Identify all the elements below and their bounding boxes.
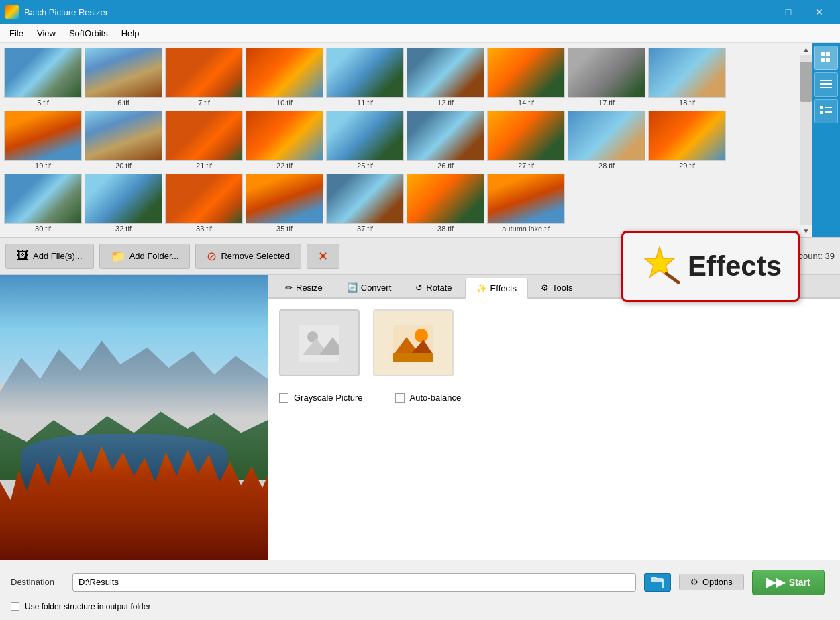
scroll-thumb[interactable] [800, 62, 812, 102]
svg-rect-1 [826, 52, 830, 56]
thumb-32tif[interactable]: 32.tif [85, 174, 162, 233]
thumbnail-scrollbar[interactable]: ▲ ▼ [800, 43, 812, 237]
minimize-button[interactable]: — [742, 0, 773, 24]
add-folder-icon: 📁 [111, 249, 125, 264]
convert-tab-label: Convert [361, 282, 392, 293]
effects-tooltip-label: Effects [688, 250, 782, 282]
thumb-11tif[interactable]: 11.tif [326, 48, 404, 107]
thumb-row-2: 19.tif 20.tif 21.tif 22.tif 25.tif 26.ti… [3, 109, 797, 172]
svg-rect-3 [826, 58, 830, 62]
browse-button[interactable] [644, 573, 671, 592]
svg-point-18 [415, 329, 428, 342]
thumb-21tif[interactable]: 21.tif [165, 111, 243, 170]
tab-tools[interactable]: ⚙ Tools [529, 278, 584, 297]
thumb-20tif[interactable]: 20.tif [85, 111, 162, 170]
destination-label: Destination [11, 577, 64, 587]
preview-image [0, 275, 268, 560]
svg-rect-7 [820, 106, 823, 109]
thumb-25tif[interactable]: 25.tif [326, 111, 404, 170]
svg-rect-2 [821, 58, 825, 62]
thumb-12tif[interactable]: 12.tif [407, 48, 484, 107]
start-button[interactable]: ▶▶ Start [752, 570, 825, 595]
effects-tooltip: Effects [621, 231, 800, 302]
close-button[interactable]: ✕ [804, 0, 835, 24]
thumb-7tif[interactable]: 7.tif [165, 48, 243, 107]
titlebar-left: Batch Picture Resizer [5, 5, 108, 19]
thumb-27tif[interactable]: 27.tif [487, 111, 565, 170]
thumb-37tif[interactable]: 37.tif [326, 174, 404, 233]
grayscale-checkbox[interactable] [279, 393, 288, 403]
clear-icon: ✕ [318, 249, 328, 264]
thumb-5tif[interactable]: 5.tif [4, 48, 82, 107]
svg-rect-8 [825, 107, 832, 108]
add-files-icon: 🖼 [17, 249, 29, 263]
thumb-row-1: 5.tif 6.tif 7.tif 10.tif 11.tif 12.tif 1… [3, 46, 797, 109]
thumb-19tif[interactable]: 19.tif [4, 111, 82, 170]
thumb-14tif[interactable]: 14.tif [487, 48, 565, 107]
thumb-28tif[interactable]: 28.tif [568, 111, 645, 170]
add-folder-button[interactable]: 📁 Add Folder... [99, 244, 191, 269]
thumb-33tif[interactable]: 33.tif [165, 174, 243, 233]
thumb-6tif[interactable]: 6.tif [85, 48, 162, 107]
tab-convert[interactable]: 🔄 Convert [335, 278, 403, 297]
scroll-down-button[interactable]: ▼ [800, 225, 812, 237]
remove-selected-button[interactable]: ⊘ Remove Selected [195, 244, 301, 269]
svg-marker-11 [645, 247, 674, 277]
autobalance-checkbox[interactable] [395, 393, 405, 403]
options-button[interactable]: ⚙ Options [679, 574, 744, 590]
add-files-label: Add File(s)... [33, 251, 83, 261]
detail-view-button[interactable] [814, 99, 838, 123]
grayscale-label: Grayscale Picture [294, 393, 363, 403]
menu-view[interactable]: View [30, 25, 62, 41]
folder-structure-checkbox[interactable] [11, 602, 19, 611]
thumb-row-3: 30.tif 32.tif 33.tif 35.tif 37.tif 38.ti… [3, 172, 797, 235]
svg-rect-5 [820, 83, 832, 85]
menu-softorbits[interactable]: SoftOrbits [62, 25, 115, 41]
thumb-30tif[interactable]: 30.tif [4, 174, 82, 233]
tab-effects[interactable]: ✨ Effects [465, 278, 529, 299]
effects-grid [279, 309, 829, 376]
svg-rect-4 [820, 80, 832, 81]
thumb-10tif[interactable]: 10.tif [246, 48, 323, 107]
thumb-29tif[interactable]: 29.tif [648, 111, 726, 170]
options-label: Options [702, 577, 733, 587]
menu-help[interactable]: Help [115, 25, 146, 41]
thumb-18tif[interactable]: 18.tif [648, 48, 726, 107]
start-arrow-icon: ▶▶ [766, 575, 785, 590]
svg-rect-0 [821, 52, 825, 56]
menubar: File View SoftOrbits Help [0, 24, 840, 43]
right-panel: ✏ Resize 🔄 Convert ↺ Rotate ✨ Effects ⚙ [268, 275, 840, 560]
thumb-26tif[interactable]: 26.tif [407, 111, 484, 170]
maximize-button[interactable]: □ [773, 0, 804, 24]
autobalance-checkbox-item[interactable]: Auto-balance [395, 393, 462, 403]
effects-tab-icon: ✨ [476, 283, 487, 293]
grayscale-checkbox-item[interactable]: Grayscale Picture [279, 393, 363, 403]
scroll-up-button[interactable]: ▲ [800, 43, 812, 55]
add-files-button[interactable]: 🖼 Add File(s)... [5, 244, 94, 269]
svg-rect-6 [820, 87, 832, 88]
scroll-track[interactable] [800, 55, 812, 225]
menu-file[interactable]: File [3, 25, 30, 41]
convert-tab-icon: 🔄 [347, 282, 358, 293]
destination-input[interactable] [72, 573, 636, 592]
clear-button[interactable]: ✕ [307, 244, 339, 269]
resize-tab-label: Resize [296, 282, 323, 293]
effect-item-2[interactable] [373, 309, 454, 376]
thumb-22tif[interactable]: 22.tif [246, 111, 323, 170]
titlebar: Batch Picture Resizer — □ ✕ [0, 0, 840, 24]
remove-icon: ⊘ [207, 249, 217, 264]
svg-line-12 [666, 274, 678, 282]
tab-rotate[interactable]: ↺ Rotate [404, 278, 463, 297]
tab-resize[interactable]: ✏ Resize [274, 278, 334, 297]
thumb-38tif[interactable]: 38.tif [407, 174, 484, 233]
grid-view-button[interactable] [814, 46, 838, 70]
list-view-button[interactable] [814, 72, 838, 97]
thumb-autumn[interactable]: autumn lake.tif [487, 174, 565, 233]
svg-rect-10 [825, 111, 832, 113]
effect-item-1[interactable] [279, 309, 360, 376]
thumb-35tif[interactable]: 35.tif [246, 174, 323, 233]
tools-tab-label: Tools [552, 282, 572, 293]
rotate-tab-label: Rotate [426, 282, 452, 293]
thumb-17tif[interactable]: 17.tif [568, 48, 645, 107]
resize-tab-icon: ✏ [285, 282, 293, 293]
